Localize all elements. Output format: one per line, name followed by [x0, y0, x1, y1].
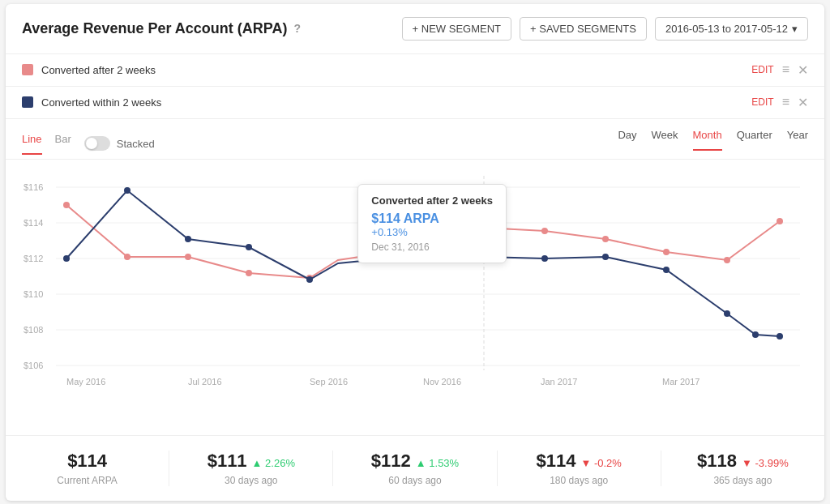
dot-l2-13 — [752, 331, 759, 338]
tooltip-date: Dec 31, 2016 — [371, 241, 493, 253]
dot-l2-5 — [306, 276, 313, 283]
footer-label-current: Current ARPA — [6, 475, 169, 486]
footer-change-365d: ▼ -3.99% — [742, 457, 789, 469]
dot-l2-9 — [541, 255, 548, 262]
footer-item-180d: $114 ▼ -0.2% 180 days ago — [498, 451, 661, 486]
segment-edit-1[interactable]: EDIT — [751, 64, 773, 75]
close-icon-1[interactable]: ✕ — [798, 62, 808, 78]
stacked-toggle-group: Stacked — [84, 136, 155, 151]
footer-value-365d: $118 — [697, 451, 737, 472]
dot-l2-2 — [124, 187, 130, 194]
dot-l1-1 — [63, 202, 70, 208]
svg-text:$114: $114 — [24, 218, 43, 228]
footer-label-30d: 30 days ago — [169, 475, 332, 486]
svg-text:Jan 2017: Jan 2017 — [541, 377, 577, 387]
svg-text:Jul 2016: Jul 2016 — [188, 377, 222, 387]
svg-text:$116: $116 — [24, 182, 43, 192]
new-segment-button[interactable]: + NEW SEGMENT — [402, 17, 511, 41]
saved-segments-button[interactable]: + SAVED SEGMENTS — [520, 17, 647, 41]
tooltip-title: Converted after 2 weeks — [371, 194, 493, 207]
footer-item-30d: $111 ▲ 2.26% 30 days ago — [169, 451, 333, 486]
footer-item-current: $114 Current ARPA — [6, 451, 169, 486]
svg-text:Mar 2017: Mar 2017 — [662, 377, 700, 387]
svg-text:$108: $108 — [24, 325, 43, 335]
segment-label-1: Converted after 2 weeks — [41, 64, 738, 76]
dot-l1-9 — [541, 228, 548, 234]
dot-l2-12 — [724, 310, 730, 317]
footer-label-180d: 180 days ago — [498, 475, 661, 486]
dot-l1-13 — [777, 218, 783, 224]
footer-change-60d: ▲ 1.53% — [416, 457, 459, 469]
footer-value-60d: $112 — [371, 451, 411, 472]
menu-icon-2[interactable]: ≡ — [782, 95, 789, 110]
toggle-knob — [86, 138, 97, 149]
dot-l2-1 — [63, 255, 70, 262]
footer-change-30d: ▲ 2.26% — [252, 457, 295, 469]
dot-l2-10 — [602, 254, 609, 260]
segment-label-2: Converted within 2 weeks — [41, 96, 738, 109]
time-btn-month[interactable]: Month — [693, 129, 722, 151]
tooltip-value: $114 ARPA — [371, 211, 493, 226]
footer-value-30d: $111 — [208, 451, 247, 472]
time-btn-year[interactable]: Year — [787, 129, 808, 151]
chart-type-line[interactable]: Line — [22, 133, 42, 155]
stacked-label: Stacked — [117, 138, 155, 150]
segment-row-1: Converted after 2 weeks EDIT ≡ ✕ — [6, 54, 824, 87]
footer-value-180d: $114 — [537, 451, 576, 472]
title-text: Average Revenue Per Account (ARPA) — [22, 20, 287, 37]
svg-text:$112: $112 — [24, 254, 43, 263]
close-icon-2[interactable]: ✕ — [798, 95, 808, 110]
dot-l1-3 — [185, 254, 191, 260]
segment-row-2: Converted within 2 weeks EDIT ≡ ✕ — [6, 87, 824, 119]
dot-l1-11 — [663, 249, 670, 255]
page-title: Average Revenue Per Account (ARPA) ? — [22, 20, 402, 37]
footer-item-60d: $112 ▲ 1.53% 60 days ago — [333, 451, 497, 486]
dot-l2-14 — [777, 333, 783, 340]
dot-l2-3 — [185, 236, 191, 242]
svg-text:$110: $110 — [24, 289, 43, 299]
footer-item-365d: $118 ▼ -3.99% 365 days ago — [661, 451, 824, 486]
svg-text:May 2016: May 2016 — [66, 377, 105, 387]
dot-l1-10 — [602, 236, 609, 242]
date-range-picker[interactable]: 2016-05-13 to 2017-05-12 ▾ — [655, 17, 808, 41]
footer-stats: $114 Current ARPA $111 ▲ 2.26% 30 days a… — [6, 435, 824, 501]
menu-icon-1[interactable]: ≡ — [782, 62, 789, 78]
date-range-text: 2016-05-13 to 2017-05-12 — [665, 23, 788, 35]
footer-change-180d: ▼ -0.2% — [580, 457, 621, 469]
chevron-down-icon: ▾ — [792, 23, 798, 35]
chart-type-bar[interactable]: Bar — [55, 133, 71, 155]
dot-l2-11 — [663, 267, 670, 273]
dot-l2-4 — [246, 244, 252, 250]
svg-text:Sep 2016: Sep 2016 — [310, 377, 348, 387]
segment-dot-1 — [22, 64, 33, 75]
footer-label-60d: 60 days ago — [333, 475, 496, 486]
time-btn-week[interactable]: Week — [652, 129, 678, 151]
time-btn-day[interactable]: Day — [618, 129, 636, 151]
chart-area: Converted after 2 weeks $114 ARPA +0.13%… — [6, 160, 824, 435]
dot-l1-4 — [246, 270, 252, 276]
tooltip-change: +0.13% — [371, 226, 493, 238]
dot-l1-12 — [724, 257, 730, 263]
svg-text:Nov 2016: Nov 2016 — [423, 377, 461, 387]
help-icon[interactable]: ? — [293, 22, 301, 35]
chart-tooltip: Converted after 2 weeks $114 ARPA +0.13%… — [357, 184, 507, 263]
footer-value-current: $114 — [6, 451, 169, 472]
footer-label-365d: 365 days ago — [661, 475, 824, 486]
svg-text:$106: $106 — [24, 361, 43, 370]
stacked-toggle[interactable] — [84, 136, 110, 151]
dot-l1-2 — [124, 254, 130, 260]
time-btn-quarter[interactable]: Quarter — [737, 129, 772, 151]
segment-dot-2 — [22, 96, 33, 108]
segment-edit-2[interactable]: EDIT — [751, 96, 773, 108]
